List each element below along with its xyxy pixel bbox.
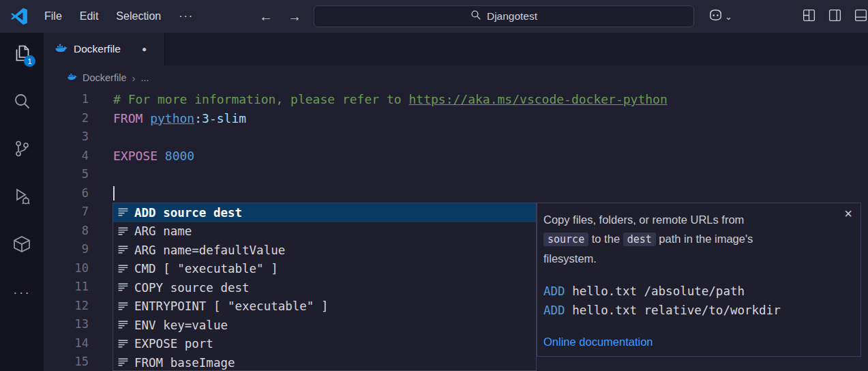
suggestion-icon xyxy=(117,338,129,350)
line-number: 12 xyxy=(44,297,89,316)
source-control-icon[interactable] xyxy=(12,139,31,158)
code-token: python xyxy=(150,111,194,125)
code-token: https://aka.ms/vscode-docker-python xyxy=(408,92,667,106)
suggestion-icon xyxy=(117,207,129,219)
line-number: 10 xyxy=(44,259,89,278)
online-documentation-link[interactable]: Online documentation xyxy=(543,336,653,348)
suggestion-icon xyxy=(117,357,129,369)
tab-dockerfile[interactable]: Dockerfile ● xyxy=(44,33,165,65)
suggestion-examples: ADD hello.txt /absolute/pathADD hello.tx… xyxy=(543,282,833,320)
suggestion-icon xyxy=(117,282,129,294)
editor-line[interactable]: 3 xyxy=(44,128,868,147)
suggestion-label: CMD [ "executable" ] xyxy=(134,262,278,276)
command-center-search[interactable]: Djangotest xyxy=(314,5,694,27)
doc-text: path in the image's xyxy=(656,233,753,245)
doc-text-line: source to the dest path in the image's xyxy=(543,229,833,249)
suggestion-label: EXPOSE port xyxy=(134,337,213,351)
doc-code-example: ADD hello.txt /absolute/path xyxy=(543,282,833,301)
suggestion-docs: Copy files, folders, or remote URLs from… xyxy=(543,210,833,268)
run-debug-icon[interactable] xyxy=(12,187,31,206)
suggestion-label: FROM baseImage xyxy=(134,356,235,370)
title-bar: File Edit Selection ··· ← → Djangotest ⌄ xyxy=(0,0,868,33)
search-icon xyxy=(470,10,481,23)
toggle-sidebar-icon[interactable] xyxy=(828,8,842,25)
menu-overflow-button[interactable]: ··· xyxy=(170,10,203,23)
code-token: 8000 xyxy=(165,149,194,163)
suggestion-item[interactable]: EXPOSE port xyxy=(113,335,536,354)
suggestion-label: COPY source dest xyxy=(134,281,250,295)
toggle-panel-icon[interactable] xyxy=(854,8,868,25)
history-nav: ← → xyxy=(259,0,301,33)
menu-edit[interactable]: Edit xyxy=(71,10,108,23)
activity-bar: 1 ··· xyxy=(0,33,44,371)
breadcrumb-symbol[interactable]: ... xyxy=(140,72,149,83)
breadcrumb-file[interactable]: Dockerfile xyxy=(83,72,126,83)
explorer-icon[interactable]: 1 xyxy=(12,44,31,63)
suggestion-item[interactable]: ARG name xyxy=(113,222,536,241)
activity-overflow-icon[interactable]: ··· xyxy=(12,282,31,301)
doc-text: to the xyxy=(588,233,623,245)
editor-line[interactable]: 2FROM python:3-slim xyxy=(44,109,868,128)
line-number: 2 xyxy=(44,109,89,128)
suggestion-icon xyxy=(117,244,129,256)
menu-selection[interactable]: Selection xyxy=(107,10,170,23)
editor-line[interactable]: 6 xyxy=(44,184,868,203)
code-token: EXPOSE xyxy=(113,149,165,163)
code-token: :3-slim xyxy=(194,111,246,125)
line-number: 1 xyxy=(44,90,89,109)
breadcrumb: Dockerfile › ... xyxy=(44,65,149,90)
doc-code-token: hello.txt relative/to/workdir xyxy=(565,303,781,317)
suggestion-item[interactable]: FROM baseImage xyxy=(113,353,536,371)
line-number: 7 xyxy=(44,203,89,222)
close-icon[interactable]: × xyxy=(844,207,852,220)
suggestion-item[interactable]: COPY source dest xyxy=(113,278,536,297)
chevron-down-icon: ⌄ xyxy=(725,12,732,22)
doc-text: Copy files, folders, or remote URLs from xyxy=(543,213,744,226)
line-number: 11 xyxy=(44,278,89,297)
suggest-details-panel: Copy files, folders, or remote URLs from… xyxy=(537,203,861,357)
suggestion-item[interactable]: CMD [ "executable" ] xyxy=(113,260,536,279)
code-text: # For more information, please refer to … xyxy=(113,90,668,109)
menu-bar: File Edit Selection ··· xyxy=(35,0,203,33)
text-cursor xyxy=(113,186,115,201)
suggestion-item[interactable]: ENV key=value xyxy=(113,316,536,335)
editor-line[interactable]: 1# For more information, please refer to… xyxy=(44,90,868,109)
suggestion-icon xyxy=(117,319,129,331)
customize-layout-icon[interactable] xyxy=(802,8,816,25)
layout-controls xyxy=(802,0,868,33)
line-number: 5 xyxy=(44,165,89,184)
line-number: 15 xyxy=(44,353,89,371)
suggestion-item[interactable]: ADD source dest xyxy=(113,203,536,222)
back-icon[interactable]: ← xyxy=(259,9,273,25)
code-token: FROM xyxy=(113,111,150,125)
vscode-logo-icon xyxy=(10,8,28,25)
editor-line[interactable]: 4EXPOSE 8000 xyxy=(44,147,868,166)
doc-text-line: filesystem. xyxy=(543,249,833,268)
inline-code: dest xyxy=(623,233,656,246)
suggestion-icon xyxy=(117,300,129,312)
line-number: 13 xyxy=(44,315,89,334)
dirty-indicator[interactable]: ● xyxy=(142,44,147,54)
suggestion-item[interactable]: ENTRYPOINT [ "executable" ] xyxy=(113,297,536,316)
explorer-badge: 1 xyxy=(24,55,35,67)
docker-whale-icon xyxy=(55,42,68,57)
suggestion-label: ARG name=defaultValue xyxy=(134,243,285,257)
suggestion-icon xyxy=(117,263,129,275)
tab-label: Dockerfile xyxy=(74,43,121,55)
doc-text: filesystem. xyxy=(543,252,597,265)
forward-icon[interactable]: → xyxy=(288,9,301,25)
suggestion-label: ENTRYPOINT [ "executable" ] xyxy=(134,299,328,313)
search-view-icon[interactable] xyxy=(12,91,31,110)
docker-whale-icon xyxy=(67,72,77,84)
menu-file[interactable]: File xyxy=(35,10,71,23)
line-number: 6 xyxy=(44,184,89,203)
docker-icon[interactable] xyxy=(12,235,31,254)
suggestion-label: ENV key=value xyxy=(134,318,228,332)
suggest-widget: ADD source destARG nameARG name=defaultV… xyxy=(113,203,537,371)
code-token: # For more information, please refer to xyxy=(113,92,408,106)
copilot-menu[interactable]: ⌄ xyxy=(708,0,732,33)
suggestion-icon xyxy=(117,225,129,237)
suggestion-item[interactable]: ARG name=defaultValue xyxy=(113,241,536,260)
editor-line[interactable]: 5 xyxy=(44,165,868,184)
code-text xyxy=(113,184,115,203)
